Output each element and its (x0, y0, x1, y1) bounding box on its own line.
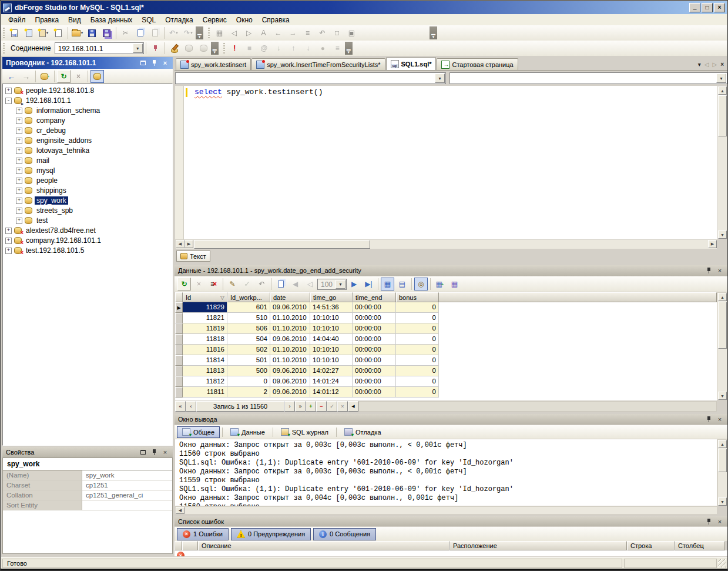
column-header-date[interactable]: date (270, 292, 310, 302)
toolbar-overflow-button[interactable]: ▬▾ (196, 26, 203, 39)
row-marker[interactable] (175, 387, 183, 398)
editor-vertical-scrollbar[interactable]: ▲ ▼ (717, 86, 727, 239)
grid-cell[interactable]: 0 (396, 313, 439, 323)
grid-cell[interactable]: 506 (227, 323, 270, 334)
tree-item-192.168.101.1[interactable]: -192.168.101.1 (5, 96, 73, 105)
expand-icon[interactable]: + (16, 198, 22, 204)
grid-cell[interactable]: 2 (227, 387, 270, 398)
row-marker[interactable] (175, 313, 183, 323)
grid-cell[interactable]: 10:10:10 (310, 345, 353, 355)
grid-cell[interactable]: 01.10.2010 (270, 355, 310, 366)
refresh-data-button[interactable] (177, 278, 191, 290)
close-button[interactable]: × (714, 3, 725, 12)
grid-cell[interactable]: 11812 (183, 376, 227, 387)
grid-cell[interactable]: 11818 (183, 334, 227, 345)
export-data-button[interactable]: ▦+ (433, 278, 447, 290)
property-row-sort-entity[interactable]: Sort Entity (3, 500, 172, 510)
grid-cell[interactable]: 0 (396, 387, 439, 398)
error-column-столбец[interactable]: Столбец (675, 541, 725, 550)
grid-cell[interactable]: 00:00:00 (353, 302, 396, 313)
grid-cell[interactable]: 510 (227, 313, 270, 323)
grid-cell[interactable]: 01.10.2010 (270, 345, 310, 355)
collapse-icon[interactable]: - (5, 98, 12, 104)
tree-item-mysql[interactable]: +mysql (16, 166, 56, 175)
grid-cell[interactable]: 601 (227, 302, 270, 313)
quick-search-button[interactable]: ◎ (414, 278, 428, 290)
toolbar-overflow-button[interactable]: ▬▾ (345, 42, 353, 55)
delete-record-button[interactable]: − (316, 401, 327, 412)
output-tab-sql-журнал[interactable]: SQL журнал (276, 426, 334, 438)
copy-button[interactable] (133, 26, 147, 39)
grid-cell[interactable]: 11829 (183, 302, 227, 313)
close-document-icon[interactable]: × (720, 61, 724, 68)
grid-cell[interactable]: 00:00:00 (353, 355, 396, 366)
grid-cell[interactable]: 00:00:00 (353, 313, 396, 323)
minimize-button[interactable]: _ (689, 3, 700, 12)
tree-item-company[interactable]: +company (16, 116, 67, 125)
row-marker[interactable] (175, 323, 183, 334)
output-tab-данные[interactable]: Данные (225, 426, 270, 438)
grid-cell[interactable]: 0 (396, 366, 439, 376)
row-marker[interactable] (175, 345, 183, 355)
menu-item-edit[interactable]: Правка (31, 15, 64, 25)
grid-cell[interactable]: 501 (227, 355, 270, 366)
column-header-id[interactable]: Id▽ (183, 292, 227, 302)
toolbar-grip[interactable] (208, 28, 210, 38)
open-button[interactable]: ▾ (71, 26, 84, 39)
property-row-charset[interactable]: Charsetcp1251 (3, 480, 172, 490)
expand-icon[interactable]: + (16, 128, 22, 134)
float-panel-icon[interactable] (139, 59, 147, 67)
save-all-button[interactable] (100, 26, 113, 39)
report-button[interactable]: ▦ (448, 278, 461, 290)
tree-item-cr_debug[interactable]: +cr_debug (16, 126, 68, 135)
toolbar-overflow-button[interactable]: ▬▾ (430, 26, 437, 39)
close-icon[interactable]: × (716, 415, 724, 423)
error-column-расположение[interactable]: Расположение (449, 541, 627, 550)
resize-grip[interactable] (718, 559, 726, 567)
grid-cell[interactable]: 0 (396, 334, 439, 345)
toolbar-grip[interactable] (223, 43, 225, 54)
output-log[interactable]: Окно данных: Запрос открыт за 0,003с [0,… (175, 439, 717, 506)
grid-cell[interactable]: 01.10.2010 (270, 313, 310, 323)
menu-item-help[interactable]: Справка (257, 15, 294, 25)
grid-vertical-scrollbar[interactable]: ▲ ▼ (717, 292, 727, 400)
pin-connection-button[interactable] (149, 42, 162, 55)
maximize-button[interactable]: □ (702, 3, 713, 12)
expand-icon[interactable]: + (16, 108, 22, 114)
insert-record-button[interactable]: + (306, 401, 316, 412)
connection-combo[interactable]: 192.168.101.1 ▾ (55, 42, 144, 54)
column-header-time_end[interactable]: time_end (353, 292, 396, 302)
grid-cell[interactable]: 502 (227, 345, 270, 355)
close-icon[interactable]: × (716, 266, 724, 275)
refresh-button[interactable] (57, 70, 71, 83)
new-connection-button[interactable]: + (38, 70, 52, 83)
error-filter-info[interactable]: i0 Сообщения (313, 528, 376, 540)
toolbar-grip[interactable] (3, 43, 5, 54)
text-view-button[interactable]: Текст (176, 251, 210, 262)
grid-cell[interactable]: 09.06.2010 (270, 387, 310, 398)
tree-item-test[interactable]: +test (16, 216, 49, 225)
close-icon[interactable]: × (161, 448, 169, 456)
grid-cell[interactable]: 14:02:27 (310, 366, 353, 376)
property-row-name[interactable]: (Name)spy_work (3, 470, 172, 480)
column-header-bonus[interactable]: bonus (396, 292, 439, 302)
object-selector-combo[interactable]: ▾ (175, 72, 446, 84)
new-query-button[interactable] (22, 26, 36, 39)
grid-cell[interactable]: 500 (227, 366, 270, 376)
grid-cell[interactable]: 00:00:00 (353, 334, 396, 345)
expand-icon[interactable]: + (5, 238, 12, 244)
toolbar-overflow-button[interactable]: ▬▾ (211, 42, 219, 55)
grid-cell[interactable]: 11819 (183, 323, 227, 334)
tree-item-lotovaya_tehnika[interactable]: +lotovaya_tehnika (16, 146, 91, 155)
grid-view-button[interactable]: ▦ (381, 278, 394, 290)
tree-item-spy_work[interactable]: +spy_work (16, 196, 68, 205)
expand-icon[interactable]: + (16, 158, 22, 164)
menu-item-debug[interactable]: Отладка (160, 15, 197, 25)
document-tab-sql1.sql[interactable]: SQL1.sql* (386, 57, 437, 70)
save-button[interactable] (85, 26, 99, 39)
column-header-time_go[interactable]: time_go (310, 292, 353, 302)
menu-item-view[interactable]: Вид (63, 15, 86, 25)
record-prev-button[interactable]: ‹ (186, 401, 196, 412)
tree-item-company.192.168.101.1[interactable]: +company.192.168.101.1 (5, 236, 103, 245)
grid-cell[interactable]: 14:51:36 (310, 302, 353, 313)
